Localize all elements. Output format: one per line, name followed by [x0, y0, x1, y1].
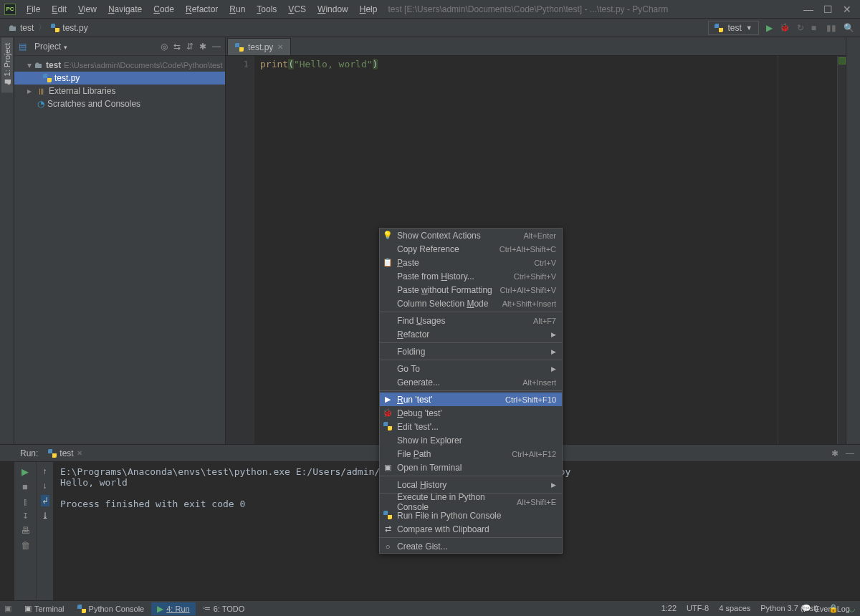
expand-arrow-icon[interactable]: ▾ — [27, 60, 32, 70]
search-icon[interactable]: 🔍 — [844, 23, 854, 33]
menu-help[interactable]: Help — [355, 2, 383, 16]
todo-tab[interactable]: ≔ 6: TODO — [197, 602, 251, 615]
menu-item-show-in-explorer[interactable]: Show in Explorer — [380, 433, 562, 447]
coverage-icon[interactable]: ↻ — [797, 23, 804, 33]
menu-item-open-in-terminal[interactable]: ▣Open in Terminal — [380, 461, 562, 474]
tree-external-libs[interactable]: ▸ ⫼ External Libraries — [14, 85, 225, 97]
tree-scratches[interactable]: ◔ Scratches and Consoles — [14, 97, 225, 110]
code-paren-open: ( — [288, 59, 294, 69]
menu-item-paste-without-formatting[interactable]: Paste without FormattingCtrl+Alt+Shift+V — [380, 283, 562, 297]
down-icon[interactable]: ↓ — [43, 481, 47, 491]
menu-item-show-context-actions[interactable]: 💡Show Context ActionsAlt+Enter — [380, 228, 562, 242]
menu-item-debug-test[interactable]: 🐞Debug 'test' — [380, 406, 562, 420]
breadcrumb-folder[interactable]: 🖿 test — [6, 21, 37, 34]
menu-window[interactable]: Window — [312, 2, 353, 16]
menu-navigate[interactable]: Navigate — [103, 2, 147, 16]
close-tab-icon[interactable]: ✕ — [77, 449, 82, 457]
menu-item-execute-line-in-python-console[interactable]: Execute Line in Python ConsoleAlt+Shift+… — [380, 495, 562, 509]
menu-edit[interactable]: Edit — [47, 2, 72, 16]
hide-icon[interactable]: — — [212, 42, 221, 52]
menu-tools[interactable]: Tools — [252, 2, 282, 16]
debug-button[interactable]: 🐞 — [780, 23, 790, 32]
close-tab-icon[interactable]: ✕ — [277, 43, 283, 51]
menu-separator — [380, 390, 562, 391]
run-config-selector[interactable]: test ▼ — [708, 21, 758, 35]
menu-item-edit-test[interactable]: Edit 'test'... — [380, 420, 562, 433]
menu-item-paste-from-history[interactable]: Paste from History...Ctrl+Shift+V — [380, 269, 562, 283]
menu-code[interactable]: Code — [148, 2, 179, 16]
menu-item-column-selection-mode[interactable]: Column Selection ModeAlt+Shift+Insert — [380, 297, 562, 310]
menu-vcs[interactable]: VCS — [283, 2, 311, 16]
terminal-tab[interactable]: ▣ Terminal — [19, 602, 70, 615]
menu-item-run-file-in-python-console[interactable]: Run File in Python Console — [380, 509, 562, 522]
menu-item-label: Generate... — [397, 377, 440, 388]
project-panel-title[interactable]: Project ▾ — [31, 39, 156, 54]
menu-item-go-to[interactable]: Go To▶ — [380, 362, 562, 375]
tree-file-label: test.py — [54, 73, 80, 83]
menu-separator — [380, 360, 562, 360]
menu-view[interactable]: View — [73, 2, 102, 16]
vcs-icon[interactable]: ▮▮ — [826, 23, 836, 33]
stop-icon[interactable]: ■ — [22, 481, 28, 492]
expand-icon[interactable]: ⇆ — [173, 42, 181, 52]
print-icon[interactable]: 🖶 — [21, 525, 30, 536]
menu-item-local-history[interactable]: Local History▶ — [380, 478, 562, 491]
python-console-tab[interactable]: Python Console — [72, 603, 150, 615]
editor-tab-label: test.py — [248, 42, 273, 52]
run-button[interactable]: ▶ — [766, 23, 773, 33]
lock-icon[interactable]: 🔒 — [828, 604, 838, 613]
hide-icon[interactable]: — — [846, 448, 854, 458]
softwrap-icon[interactable]: ↲ — [41, 495, 49, 506]
close-icon[interactable]: ✕ — [843, 4, 851, 15]
up-icon[interactable]: ↑ — [43, 466, 47, 476]
trash-icon[interactable]: 🗑 — [21, 540, 30, 551]
inspection-ok-icon[interactable] — [838, 57, 846, 64]
file-encoding[interactable]: UTF-8 — [687, 604, 709, 612]
gear-icon[interactable]: ✱ — [831, 448, 838, 458]
settings-icon[interactable]: ✱ — [199, 42, 206, 52]
project-tool-tab[interactable]: 🖿 1: Project — [1, 37, 13, 92]
cursor-position[interactable]: 1:22 — [661, 604, 677, 612]
window-tools-icon[interactable]: ▣ — [4, 604, 11, 613]
run-tab-label: test — [59, 448, 73, 458]
scroll-icon[interactable]: ⤓ — [42, 511, 49, 521]
paste-icon: 📋 — [383, 258, 393, 267]
menu-refactor[interactable]: Refactor — [181, 2, 223, 16]
tree-file[interactable]: test.py — [14, 72, 225, 85]
layout-icon[interactable]: ⫿ — [23, 496, 28, 507]
menu-item-label: Go To — [397, 364, 420, 374]
tree-root[interactable]: ▾ 🖿 test E:\Users\admin\Documents\Code\P… — [14, 59, 225, 72]
run-tab[interactable]: test ✕ — [44, 447, 86, 460]
menu-file[interactable]: File — [22, 2, 45, 16]
maximize-icon[interactable]: ☐ — [823, 4, 833, 15]
menu-item-find-usages[interactable]: Find UsagesAlt+F7 — [380, 314, 562, 327]
minimize-icon[interactable]: — — [803, 4, 813, 15]
menu-item-compare-with-clipboard[interactable]: ⇄Compare with Clipboard — [380, 522, 562, 536]
menu-item-file-path[interactable]: File PathCtrl+Alt+F12 — [380, 447, 562, 461]
menu-item-copy-reference[interactable]: Copy ReferenceCtrl+Alt+Shift+C — [380, 242, 562, 256]
run-tab[interactable]: ▶ 4: Run — [151, 602, 195, 615]
sort-icon[interactable]: ⇵ — [186, 42, 194, 52]
menu-item-folding[interactable]: Folding▶ — [380, 345, 562, 358]
menu-item-create-gist[interactable]: ○Create Gist... — [380, 539, 562, 553]
locate-icon[interactable]: ◎ — [161, 42, 168, 52]
submenu-arrow-icon: ▶ — [551, 365, 556, 372]
menu-item-label: Column Selection Mode — [397, 299, 488, 309]
rerun-icon[interactable]: ▶ — [22, 466, 29, 477]
indent-setting[interactable]: 4 spaces — [719, 604, 750, 612]
menu-run[interactable]: Run — [224, 2, 250, 16]
editor-tab[interactable]: test.py ✕ — [227, 38, 291, 55]
breadcrumb-file[interactable]: test.py — [48, 21, 90, 34]
fold-icon[interactable]: ↧ — [22, 511, 29, 521]
menu-item-run-test[interactable]: ▶Run 'test'Ctrl+Shift+F10 — [380, 393, 562, 406]
status-icon[interactable]: ◡ — [849, 604, 856, 613]
menu-item-paste[interactable]: 📋PasteCtrl+V — [380, 256, 562, 269]
expand-arrow-icon[interactable]: ▸ — [27, 86, 34, 96]
menu-item-refactor[interactable]: Refactor▶ — [380, 327, 562, 341]
menu-item-generate[interactable]: Generate...Alt+Insert — [380, 375, 562, 389]
dropdown-icon: ▼ — [746, 24, 752, 32]
menu-shortcut: Alt+Shift+E — [517, 498, 556, 506]
python-interpreter[interactable]: Python 3.7 (test) — [760, 604, 818, 612]
stop-icon[interactable]: ■ — [811, 23, 816, 33]
window-title: test [E:\Users\admin\Documents\Code\Pyth… — [388, 4, 668, 14]
